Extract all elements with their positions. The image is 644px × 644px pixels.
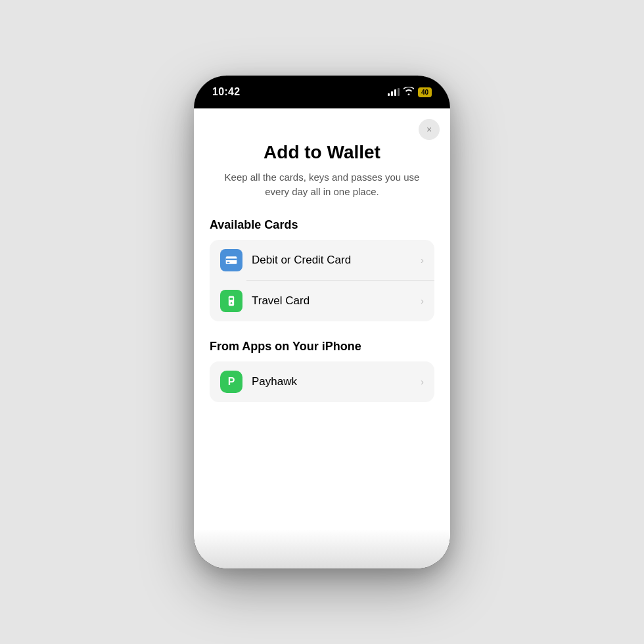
phone-frame: 10:42 40 × Add to W xyxy=(194,76,450,568)
content-area: × Add to Wallet Keep all the cards, keys… xyxy=(194,108,450,568)
status-time: 10:42 xyxy=(212,86,240,98)
chevron-right-icon: › xyxy=(421,295,424,306)
chevron-right-icon: › xyxy=(421,254,424,265)
close-button[interactable]: × xyxy=(419,119,440,140)
status-bar: 10:42 40 xyxy=(194,76,450,108)
payhawk-icon: P xyxy=(220,371,242,393)
svg-rect-4 xyxy=(230,298,233,300)
svg-rect-3 xyxy=(229,296,234,306)
page-title: Add to Wallet xyxy=(210,141,434,164)
chevron-right-icon: › xyxy=(421,376,424,387)
travel-card-item[interactable]: Travel Card › xyxy=(210,281,434,321)
apps-cards-group: P Payhawk › xyxy=(210,361,434,402)
available-cards-section-title: Available Cards xyxy=(210,218,434,232)
travel-card-label: Travel Card xyxy=(252,294,421,308)
svg-rect-2 xyxy=(227,262,229,263)
svg-point-5 xyxy=(231,302,233,304)
svg-rect-1 xyxy=(226,258,237,260)
travel-card-icon xyxy=(220,290,242,312)
debit-credit-card-label: Debit or Credit Card xyxy=(252,254,421,267)
battery-icon: 40 xyxy=(418,87,432,97)
phone-screen: 10:42 40 × Add to W xyxy=(194,76,450,568)
wifi-icon xyxy=(403,87,414,97)
credit-card-icon xyxy=(220,249,242,271)
available-cards-group: Debit or Credit Card › Travel Card › xyxy=(210,240,434,321)
apps-section-title: From Apps on Your iPhone xyxy=(210,340,434,354)
payhawk-card-item[interactable]: P Payhawk › xyxy=(210,361,434,402)
page-subtitle: Keep all the cards, keys and passes you … xyxy=(210,170,434,200)
debit-credit-card-item[interactable]: Debit or Credit Card › xyxy=(210,240,434,281)
bottom-gradient xyxy=(194,529,450,568)
signal-bars-icon xyxy=(388,88,400,96)
status-icons: 40 xyxy=(388,87,432,97)
payhawk-card-label: Payhawk xyxy=(252,375,421,388)
